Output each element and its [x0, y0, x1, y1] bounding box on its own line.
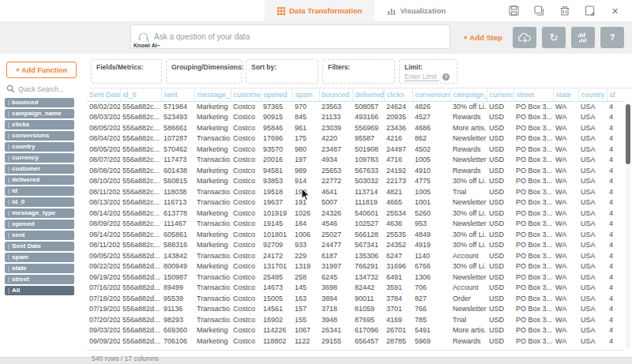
column-header-id-0[interactable]: id_0 [120, 88, 161, 101]
ask-question-input[interactable] [154, 32, 443, 41]
table-cell: USA [578, 283, 607, 294]
column-header-country[interactable]: country [578, 88, 607, 101]
fields-metrics-dropzone[interactable]: Fields/Metrics: [91, 59, 162, 84]
field-tag-sent-date[interactable]: |Sent Date [5, 242, 74, 251]
drag-handle-icon: | [8, 120, 9, 129]
column-header-sent-date[interactable]: Sent Date [87, 88, 120, 101]
scrollbar-thumb[interactable] [626, 104, 630, 164]
table-cell: WA [553, 186, 578, 197]
table-row: 09/03/202...556a882d...669360MarketingCo… [87, 325, 623, 336]
limit-panel: Limit: ? [399, 59, 457, 84]
tab-data-transformation[interactable]: Data Transformation [265, 0, 374, 21]
column-header-sent[interactable]: sent [161, 88, 194, 101]
column-header-street[interactable]: street [514, 88, 553, 101]
table-cell: USD [487, 336, 514, 347]
field-tag-all[interactable]: |All [5, 286, 74, 295]
drag-handle-icon: | [8, 142, 9, 152]
column-header-spam[interactable]: spam [292, 88, 319, 101]
save-button[interactable] [508, 5, 520, 17]
table-cell: 556a882c... [120, 101, 161, 112]
table-cell: 4910 [412, 165, 450, 176]
table-cell: PO Box 3... [514, 261, 553, 272]
table-cell: USA [578, 261, 607, 272]
column-header-id[interactable]: id [607, 88, 623, 101]
table-cell: 556a882d... [120, 250, 161, 261]
table-cell: 970 [292, 101, 319, 112]
table-cell: Transactio... [194, 197, 231, 208]
table-row: 08/11/202...556a882c...588316MarketingCo… [87, 240, 623, 251]
field-tag-opened[interactable]: |opened [5, 220, 74, 229]
table-cell: Transactio... [194, 283, 231, 294]
table-cell: 4 [607, 336, 623, 347]
table-cell: 1319 [292, 261, 319, 272]
quick-search-input[interactable] [18, 85, 73, 93]
column-header-delivered[interactable]: delivered [352, 88, 384, 101]
filters-dropzone[interactable]: Filters: [322, 59, 395, 84]
field-tag-conversions[interactable]: |conversions [5, 131, 74, 141]
tab-visualization[interactable]: Visualization [374, 0, 458, 21]
column-header-message-t-[interactable]: message_t... [194, 88, 231, 101]
clone-button[interactable] [533, 5, 545, 17]
download-button[interactable] [513, 27, 536, 48]
grouping-dimensions-dropzone[interactable]: Grouping/Dimensions: [166, 59, 242, 84]
table-cell: 09/03/202... [87, 325, 120, 336]
tab-label: Visualization [400, 6, 446, 15]
table-cell: WA [553, 155, 578, 166]
table-cell: 601438 [161, 165, 194, 176]
table-cell: 93853 [261, 176, 292, 187]
table-footer: 540 rows / 17 columns [87, 350, 623, 362]
field-tag-campaign-name[interactable]: |campaign_name [5, 109, 74, 118]
close-button[interactable]: × [609, 5, 621, 17]
field-tag-customer[interactable]: |customer [5, 164, 74, 174]
field-tag-message-type[interactable]: |message_type [5, 208, 74, 218]
table-cell: 556a882c... [120, 197, 161, 208]
refresh-button[interactable]: ↻ [542, 27, 566, 48]
panel-label: Sort by: [251, 63, 276, 71]
table-cell: USA [578, 240, 607, 251]
table-row: 08/02/202...556a882c...571984MarketingCo… [87, 101, 623, 112]
table-cell: 1005 [412, 186, 450, 197]
column-header-opened[interactable]: opened [261, 88, 292, 101]
field-tag-delivered[interactable]: |delivered [5, 175, 74, 185]
limit-input[interactable] [404, 73, 439, 81]
drag-handle-icon: | [8, 253, 9, 262]
field-tag-bounced[interactable]: |bounced [5, 98, 74, 107]
add-step-button[interactable]: + Add Step [463, 33, 502, 42]
table-cell: 766291 [352, 261, 384, 272]
field-tag-id-0[interactable]: |id_0 [5, 197, 74, 207]
column-header-campaign-[interactable]: campaign_... [450, 88, 487, 101]
assistant-headset-icon [137, 32, 149, 43]
field-tag-state[interactable]: |state [5, 264, 74, 273]
field-tag-street[interactable]: |street [5, 275, 74, 284]
table-cell: Costco [231, 122, 261, 133]
field-tag-clicks[interactable]: |clicks [5, 120, 74, 129]
export-button[interactable] [584, 5, 596, 17]
column-header-currency[interactable]: currency [487, 88, 514, 101]
top-bar: Data Transformation Visualization [0, 0, 632, 21]
delete-button[interactable] [559, 5, 570, 17]
table-cell: WA [553, 197, 578, 208]
data-stats-button[interactable] [571, 27, 595, 48]
panel-label: Limit: [404, 63, 423, 71]
sort-by-dropzone[interactable]: Sort by: [246, 59, 318, 84]
table-cell: USA [578, 208, 607, 219]
column-header-state[interactable]: state [553, 88, 578, 101]
field-tag-country[interactable]: |country [5, 142, 74, 152]
table-cell: 4849 [412, 229, 450, 240]
table-vertical-scrollbar[interactable] [626, 103, 630, 349]
column-header-bounced[interactable]: bounced [319, 88, 352, 101]
table-cell: 4502 [412, 144, 450, 155]
ask-question-box[interactable]: Knowi AI~ [130, 24, 450, 49]
table-cell: 09/19/202... [87, 272, 120, 283]
field-tag-spam[interactable]: |spam [5, 253, 74, 262]
column-header-clicks[interactable]: clicks [384, 88, 412, 101]
add-function-button[interactable]: + Add Function [6, 62, 77, 78]
field-tag-label: delivered [12, 175, 40, 185]
field-tag-sent[interactable]: |sent [5, 231, 74, 240]
help-button[interactable]: ? [600, 27, 624, 48]
column-header-customer[interactable]: customer [231, 88, 261, 101]
field-tag-currency[interactable]: |currency [5, 153, 74, 163]
field-tag-id[interactable]: |id [5, 186, 74, 196]
table-cell: 93570 [261, 144, 292, 155]
column-header-conversions[interactable]: conversions [412, 88, 450, 101]
